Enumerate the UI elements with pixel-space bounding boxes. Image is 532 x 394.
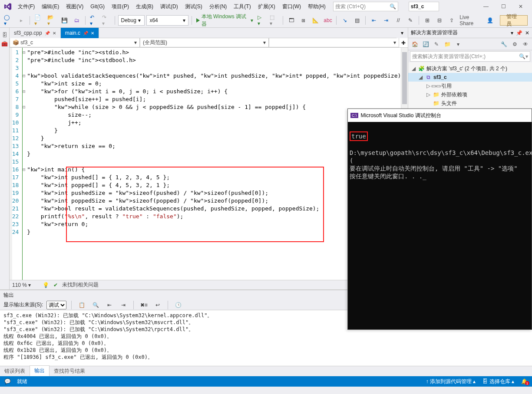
solution-search[interactable]: 搜索解决方案资源管理器(Ctrl+;) 🔍▾ [410, 51, 530, 62]
pane-pin-icon[interactable]: 📌 [516, 30, 522, 36]
run-debug-button[interactable]: 本地 Windows 调试器 ▾ [195, 15, 255, 26]
status-repo[interactable]: 🗄 选择仓库 ▴ [482, 378, 514, 385]
indent-out-icon[interactable]: ⇤ [369, 15, 379, 26]
menu-item[interactable]: 调试(D) [157, 1, 181, 12]
zoom-dropdown[interactable]: 110 % ▾ [12, 282, 38, 288]
toolb-icon[interactable]: ⊟ [434, 15, 445, 26]
tool5-icon[interactable]: ▤ [352, 15, 362, 26]
menu-item[interactable]: 窗口(W) [279, 1, 304, 12]
out-wrap-icon[interactable]: ↩ [152, 300, 163, 310]
uncomment-icon[interactable]: ✎ [405, 15, 416, 26]
console-titlebar[interactable]: C:\ Microsoft Visual Studio 调试控制台 [348, 109, 532, 122]
props-icon[interactable]: ⚙ [510, 39, 519, 49]
tab-mainc[interactable]: main.c 📌 ✕ [61, 28, 99, 38]
liveshare-label[interactable]: Live Share [459, 14, 482, 26]
menu-item[interactable]: 视图(V) [63, 1, 86, 12]
menu-item[interactable]: 生成(B) [133, 1, 156, 12]
home-icon[interactable]: 🏠 [410, 39, 420, 49]
nav-project-dropdown[interactable]: 📦 sf3_c▾ [10, 38, 140, 47]
folder-icon: 📁 [433, 100, 439, 107]
tool2-icon[interactable]: 🗉 [298, 15, 309, 26]
menu-item[interactable]: 编辑(E) [39, 1, 62, 12]
out-tool4-icon[interactable]: ⇥ [118, 300, 129, 310]
tab-overflow-icon[interactable]: ▾ [397, 28, 408, 38]
server-explorer-icon[interactable]: 🗄 [2, 32, 7, 38]
menu-item[interactable]: 文件(F) [15, 1, 38, 12]
out-clear-icon[interactable]: ✖≡ [139, 300, 149, 310]
status-ready: 就绪 [17, 378, 27, 385]
pin-icon[interactable]: 📌 [45, 31, 50, 36]
toola-icon[interactable]: ⊞ [422, 15, 433, 26]
stop-button[interactable]: ⬚ ▾ [268, 15, 279, 26]
nav-member-dropdown[interactable]: ▾ [269, 38, 399, 47]
pane-dropdown-icon[interactable]: ▾ [511, 30, 513, 36]
toolbox-icon[interactable]: 🧰 [1, 41, 8, 47]
comment-icon[interactable]: // [393, 15, 403, 26]
save-button[interactable]: 💾 [59, 15, 70, 26]
save-all-button[interactable]: 🗂 [72, 15, 82, 26]
pin-icon[interactable]: 📌 [83, 31, 88, 36]
menu-item[interactable]: Git(G) [87, 2, 108, 11]
search-input[interactable]: 搜索 (Ctrl+Q) 🔍 [333, 2, 398, 11]
tree-root[interactable]: ◢ 🧩 解决方案 'sf3_c' (2 个项目, 共 2 个) [408, 64, 532, 73]
platform-dropdown[interactable]: x64▾ [146, 15, 188, 26]
new-item-button[interactable]: 📄▾ [33, 15, 44, 26]
run-nodebg-button[interactable]: ▷ ▾ [256, 15, 267, 26]
pane-close-icon[interactable]: ✕ [525, 30, 529, 36]
lightbulb-icon[interactable]: 💡 [43, 282, 49, 288]
tab-sf3cpp[interactable]: sf3_cpp.cpp 📌 ✕ [10, 28, 61, 38]
menu-item[interactable]: 帮助(H) [305, 1, 329, 12]
out-clock-icon[interactable]: 🕒 [173, 300, 183, 310]
close-icon[interactable]: ✕ [91, 31, 94, 36]
undo-button[interactable]: ↶ ▾ [89, 15, 99, 26]
filter-icon[interactable]: 📁 [443, 39, 452, 49]
menu-item[interactable]: 扩展(X) [255, 1, 278, 12]
redo-button[interactable]: ↷ ▾ [101, 15, 112, 26]
btab-output[interactable]: 输出 [30, 365, 50, 376]
liveshare-icon[interactable]: ⇪ [446, 15, 457, 26]
status-srcctl[interactable]: ↑ 添加到源代码管理 ▴ [426, 378, 476, 385]
debug-console-window[interactable]: C:\ Microsoft Visual Studio 调试控制台 true D… [347, 108, 532, 330]
btab-findresults[interactable]: 查找符号结果 [50, 366, 89, 376]
folder-icon: 📁 [433, 91, 439, 98]
btab-errorlist[interactable]: 错误列表 [0, 366, 30, 376]
tree-headers[interactable]: 📁 头文件 [408, 99, 532, 108]
open-button[interactable]: 📂▾ [46, 15, 57, 26]
out-tool-icon[interactable]: 📋 [76, 300, 87, 310]
close-button[interactable]: ✕ [512, 1, 529, 12]
status-bell[interactable]: 🔔1 [521, 378, 528, 384]
tool-icon[interactable]: 🗔 [286, 15, 297, 26]
left-toolbox-gutter[interactable]: 🗄 🧰 [0, 28, 10, 289]
indent-in-icon[interactable]: ⇥ [381, 15, 391, 26]
nav-fwd-button[interactable]: ▸ [16, 15, 26, 26]
minimize-button[interactable]: — [477, 1, 495, 12]
account-icon[interactable]: 👤 [485, 15, 496, 26]
tree-refs[interactable]: ▷ ▭▭ 引用 [408, 82, 532, 90]
output-source-dropdown[interactable]: 调试 [46, 301, 66, 309]
tool4-icon[interactable]: abc [323, 15, 334, 26]
no-issues-label: 未找到相关问题 [62, 281, 99, 289]
menu-item[interactable]: 测试(S) [182, 1, 205, 12]
out-tool3-icon[interactable]: ⇤ [104, 300, 115, 310]
solution-toolbar: 🏠 🔄 ✎ 📁 ▾ 🔧 ⚙ 👁 [408, 38, 532, 50]
tree-project[interactable]: ◢ ⧉ sf3_c [408, 73, 532, 82]
menu-item[interactable]: 项目(P) [109, 1, 132, 12]
brush-icon[interactable]: ✎ [432, 39, 441, 49]
view-icon[interactable]: 👁 [521, 39, 530, 49]
config-dropdown[interactable]: Debug▾ [118, 15, 145, 26]
out-tool2-icon[interactable]: 🔍 [90, 300, 101, 310]
maximize-button[interactable]: ☐ [495, 1, 512, 12]
sync-icon[interactable]: 🔄 [421, 39, 430, 49]
split-icon[interactable]: ✚ [399, 38, 408, 47]
step-icon[interactable]: ↘ [340, 15, 350, 26]
tool-icon[interactable]: ▾ [453, 39, 463, 49]
menu-item[interactable]: 工具(T) [231, 1, 254, 12]
project-tag[interactable]: sf3_c [409, 2, 439, 11]
wrench-icon[interactable]: 🔧 [499, 39, 509, 49]
tree-extern[interactable]: ▷ 📁 外部依赖项 [408, 90, 532, 99]
nav-scope-dropdown[interactable]: (全局范围)▾ [140, 38, 269, 47]
close-icon[interactable]: ✕ [53, 31, 56, 36]
tool3-icon[interactable]: 📐 [311, 15, 321, 26]
menu-item[interactable]: 分析(N) [206, 1, 230, 12]
nav-back-button[interactable]: ◯ ▾ [3, 15, 14, 26]
